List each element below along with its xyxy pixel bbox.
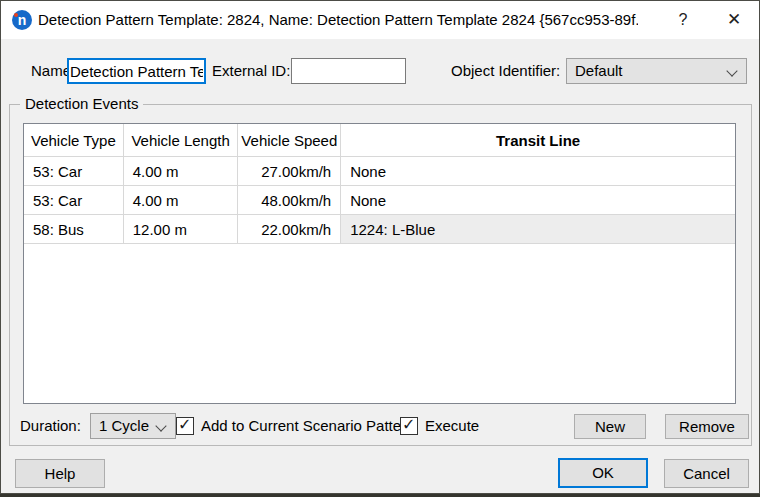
cancel-button[interactable]: Cancel <box>664 459 749 488</box>
transit-line-cell[interactable]: None <box>341 157 735 185</box>
duration-dropdown[interactable]: 1 Cycle <box>90 413 176 439</box>
table-row[interactable]: 53: Car 4.00 m 48.00km/h None <box>24 186 735 215</box>
window-help-button[interactable]: ? <box>666 5 700 35</box>
column-header-vehicle-type[interactable]: Vehicle Type <box>24 124 124 156</box>
vehicle-length-cell[interactable]: 4.00 m <box>124 157 239 185</box>
object-identifier-value: Default <box>575 62 623 79</box>
duration-value: 1 Cycle <box>99 417 149 434</box>
name-input[interactable] <box>67 58 206 84</box>
checkmark-icon: ✓ <box>178 416 191 434</box>
detection-events-group-label: Detection Events <box>20 94 143 114</box>
titlebar[interactable]: n Detection Pattern Template: 2824, Name… <box>1 1 759 39</box>
vehicle-speed-cell[interactable]: 22.00km/h <box>238 215 341 243</box>
duration-label: Duration: <box>20 413 81 439</box>
object-identifier-dropdown[interactable]: Default <box>566 58 747 84</box>
execute-checkbox[interactable]: ✓ <box>400 417 418 435</box>
aimsun-logo-icon: n <box>12 10 32 30</box>
window-close-button[interactable]: ✕ <box>717 5 751 35</box>
transit-line-cell[interactable]: None <box>341 186 735 214</box>
remove-button[interactable]: Remove <box>665 414 749 439</box>
ok-button[interactable]: OK <box>558 458 648 488</box>
detection-events-table[interactable]: Vehicle Type Vehicle Length Vehicle Spee… <box>23 123 736 404</box>
column-header-vehicle-speed[interactable]: Vehicle Speed <box>238 124 341 156</box>
transit-line-cell[interactable]: 1224: L-Blue <box>341 215 735 243</box>
chevron-down-icon <box>726 65 737 76</box>
object-identifier-label: Object Identifier: <box>451 58 560 84</box>
vehicle-speed-cell[interactable]: 27.00km/h <box>238 157 341 185</box>
vehicle-type-cell[interactable]: 58: Bus <box>24 215 124 243</box>
table-header-row: Vehicle Type Vehicle Length Vehicle Spee… <box>24 124 735 157</box>
vehicle-type-cell[interactable]: 53: Car <box>24 157 124 185</box>
add-to-current-scenario-checkbox[interactable]: ✓ <box>176 417 194 435</box>
detection-events-group: Detection Events Vehicle Type Vehicle Le… <box>9 104 752 446</box>
table-row[interactable]: 53: Car 4.00 m 27.00km/h None <box>24 157 735 186</box>
external-id-label: External ID: <box>212 58 290 84</box>
column-header-vehicle-length[interactable]: Vehicle Length <box>124 124 239 156</box>
detection-pattern-template-dialog: n Detection Pattern Template: 2824, Name… <box>0 0 760 494</box>
chevron-down-icon <box>155 420 166 431</box>
checkmark-icon: ✓ <box>402 416 415 434</box>
vehicle-length-cell[interactable]: 12.00 m <box>124 215 239 243</box>
vehicle-length-cell[interactable]: 4.00 m <box>124 186 239 214</box>
window-title: Detection Pattern Template: 2824, Name: … <box>38 1 638 39</box>
execute-label[interactable]: Execute <box>425 413 479 439</box>
table-row[interactable]: 58: Bus 12.00 m 22.00km/h 1224: L-Blue <box>24 215 735 244</box>
column-header-transit-line[interactable]: Transit Line <box>341 124 735 156</box>
add-to-current-scenario-label[interactable]: Add to Current Scenario Pattern <box>201 413 414 439</box>
external-id-input[interactable] <box>291 58 406 84</box>
new-button[interactable]: New <box>574 414 646 439</box>
help-button[interactable]: Help <box>15 459 105 488</box>
vehicle-type-cell[interactable]: 53: Car <box>24 186 124 214</box>
vehicle-speed-cell[interactable]: 48.00km/h <box>238 186 341 214</box>
